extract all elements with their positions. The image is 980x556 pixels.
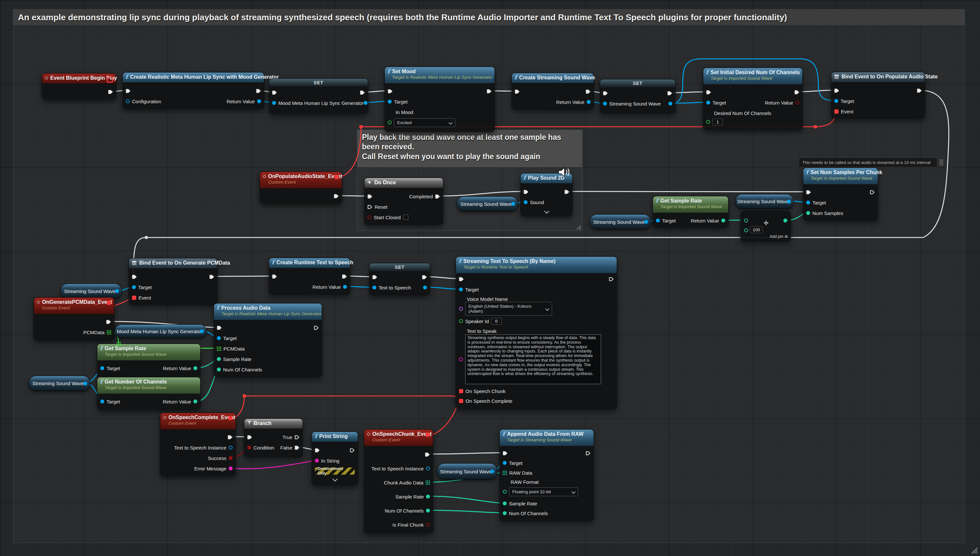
streaming-text-to-speech-by-name-text-input[interactable]: Streaming synthesis output begins with a… [465,335,601,384]
set-initial-desired-num-of-channels-value-field[interactable]: 1 [712,119,723,125]
return-value-pin[interactable] [194,366,197,370]
mood-metahuman-lipsync-generator-pill[interactable]: Mood Meta Human Lip Sync Generator [115,324,207,338]
output-pin[interactable] [668,102,672,105]
input-pin[interactable] [272,275,277,279]
set-initial-desired-num-of-channels[interactable]: fSet Initial Desired Num Of ChannelsTarg… [703,68,802,130]
output-pin[interactable] [667,91,672,95]
return-value-pin[interactable] [587,100,591,104]
print-string[interactable]: fPrint StringIn StringDevelopment Only [312,432,358,485]
streaming-sound-wave-pill-1[interactable]: Streaming Sound Wave [457,196,518,211]
bind-event-to-on-populate-audio-state[interactable]: Bind Event to On Populate Audio StateTar… [831,72,925,118]
mood-meta-human-lip-sync-generator-pin[interactable] [272,101,276,105]
expand-row[interactable] [333,477,337,481]
sample-rate-pin[interactable] [503,501,507,505]
divide-output-pin[interactable] [783,218,787,223]
input-pin[interactable] [388,121,392,124]
output-delegate-pin[interactable] [107,301,111,305]
expand-row[interactable] [545,209,549,213]
output-pin[interactable] [360,91,365,95]
output-delegate-pin[interactable] [334,175,339,179]
streaming-sound-wave-pill-4[interactable]: Streaming Sound Wave [60,284,122,299]
variable-output-pin[interactable] [511,202,515,206]
process-audio-data[interactable]: fProcess Audio DataTarget is Realistic M… [214,303,322,377]
reroute-node[interactable] [814,125,817,128]
condition-pin[interactable] [247,446,251,449]
num-of-channels-pin[interactable] [426,509,430,512]
append-audio-data-from-raw-dropdown[interactable]: Floating point 32-bit [509,487,578,496]
output-pin[interactable] [106,320,111,324]
output-pin[interactable] [256,89,261,93]
output-pin[interactable] [228,435,232,440]
output-pin[interactable] [363,101,368,105]
text-to-speech-pin[interactable] [372,286,376,289]
output-pin[interactable] [425,453,430,457]
input-pin[interactable] [132,275,137,279]
input-pin[interactable] [372,275,377,279]
num-of-channels-pin[interactable] [503,511,507,515]
output-pin[interactable] [342,275,347,279]
streaming-sound-wave-pin[interactable] [603,102,607,105]
set-mood-dropdown[interactable]: Excited [394,118,455,127]
onspeechcomplete-event[interactable]: ◇OnSpeechComplete_EventCustom EventText … [160,412,236,476]
set-mood[interactable]: fSet MoodTarget is Realistic Meta Human … [384,67,495,132]
streaming-sound-wave-pill-6[interactable]: Streaming Sound Wave [437,463,497,480]
target-pin[interactable] [100,399,104,403]
output-pin[interactable] [422,275,427,279]
variable-output-pin[interactable] [490,469,494,474]
error-message-pin[interactable] [229,467,232,470]
target-pin[interactable] [656,218,660,223]
target-pin[interactable] [706,100,710,105]
input-pin[interactable] [272,91,277,95]
output-pin[interactable] [209,275,214,279]
event-pin[interactable] [834,110,838,114]
input-pin[interactable] [388,89,393,94]
completed-pin[interactable] [435,194,440,199]
sample-rate-pin[interactable] [426,495,430,498]
ongeneratepcmdata-event[interactable]: ◇OnGeneratePCMData_EventCustom EventPCMD… [34,297,114,340]
return-value-pin[interactable] [721,218,725,223]
target-pin[interactable] [217,336,221,340]
pcmdata-pin[interactable] [217,347,221,351]
target-pin[interactable] [132,285,136,289]
input-pin[interactable] [603,91,608,95]
create-streaming-sound-wave[interactable]: fCreate Streaming Sound WaveReturn Value [512,73,594,110]
set-streaming-sound-wave[interactable]: SETStreaming Sound Wave [600,79,676,113]
input-pin[interactable] [706,90,711,94]
streaming-sound-wave-pill-3[interactable]: Streaming Sound Wave [735,194,794,209]
return-value-pin[interactable] [194,399,197,403]
divide-node[interactable]: 100÷Add pin ⊕ [741,211,791,241]
output-pin[interactable] [586,89,591,94]
reroute-node[interactable] [116,342,118,343]
divide-input-b-pin[interactable] [744,228,748,232]
target-pin[interactable] [388,100,392,103]
output-pin[interactable] [423,286,427,289]
reroute-node[interactable] [145,236,148,239]
text-to-speech-instance-pin[interactable] [426,467,430,470]
reset-pin[interactable] [368,205,372,209]
input-pin[interactable] [503,451,508,456]
output-pin[interactable] [586,451,591,456]
append-audio-data-from-raw[interactable]: fAppend Audio Data From RAWTarget is Str… [499,429,594,521]
streaming-text-to-speech-by-name-value-field[interactable]: 0 [491,318,502,325]
input-pin[interactable] [706,120,710,124]
node-comment-bubble[interactable]: This needs to be called so that audio is… [799,157,937,167]
target-pin[interactable] [459,288,463,291]
input-pin[interactable] [217,326,222,330]
input-pin[interactable] [247,435,252,440]
set-text-to-speech[interactable]: SETText to Speech [369,263,430,295]
event-pin[interactable] [132,296,136,300]
branch[interactable]: BranchTrueConditionFalse [244,419,303,457]
sample-rate-pin[interactable] [217,357,221,361]
blueprint-graph-canvas[interactable]: An example demonstrating lip sync during… [0,0,980,556]
is-final-chunk-pin[interactable] [426,523,430,527]
output-pin[interactable] [917,89,922,93]
onpopulateaudiostate-event[interactable]: ◇OnPopulateAudioState_EventCustom Event [260,171,342,204]
output-delegate-pin[interactable] [228,416,232,420]
success-pin[interactable] [229,456,232,460]
set-num-samples-per-chunk[interactable]: fSet Num Samples Per ChunkTarget is Impo… [803,168,878,220]
divide-input-a-pin[interactable] [744,218,748,223]
output-pin[interactable] [108,90,113,94]
output-pin[interactable] [565,190,569,194]
input-pin[interactable] [459,307,463,311]
output-pin[interactable] [350,448,355,453]
